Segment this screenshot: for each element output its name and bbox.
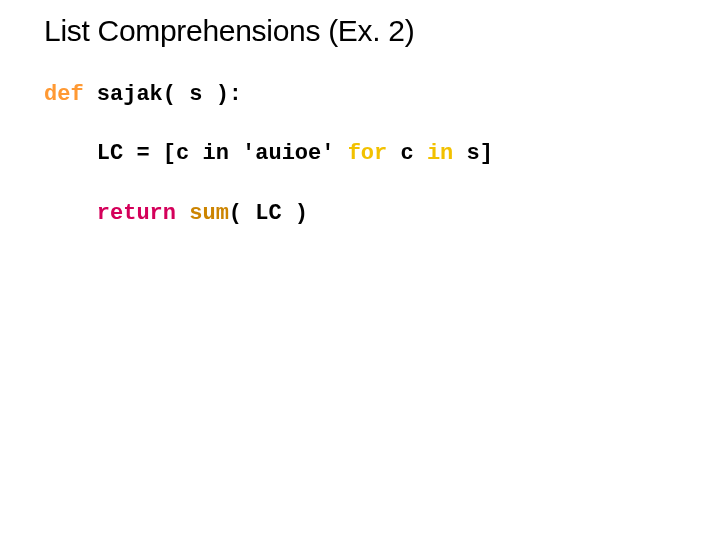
keyword-in-loop: in [427, 141, 453, 166]
keyword-for: for [348, 141, 388, 166]
keyword-def: def [44, 82, 84, 107]
code-block: def sajak( s ): LC = [c in 'auioe' for c… [44, 80, 493, 228]
builtin-sum: sum [189, 201, 229, 226]
lc-tail: s] [453, 141, 493, 166]
slide: List Comprehensions (Ex. 2) def sajak( s… [0, 0, 720, 540]
keyword-in-expr: in [202, 141, 228, 166]
space [176, 201, 189, 226]
slide-title: List Comprehensions (Ex. 2) [44, 14, 414, 48]
loop-var: c [387, 141, 427, 166]
lc-assign-left: LC = [c [97, 141, 203, 166]
keyword-return: return [97, 201, 176, 226]
indent [44, 141, 97, 166]
indent [44, 201, 97, 226]
call-args: ( LC ) [229, 201, 308, 226]
fn-signature: sajak( s ): [84, 82, 242, 107]
string-literal: 'auioe' [229, 141, 348, 166]
